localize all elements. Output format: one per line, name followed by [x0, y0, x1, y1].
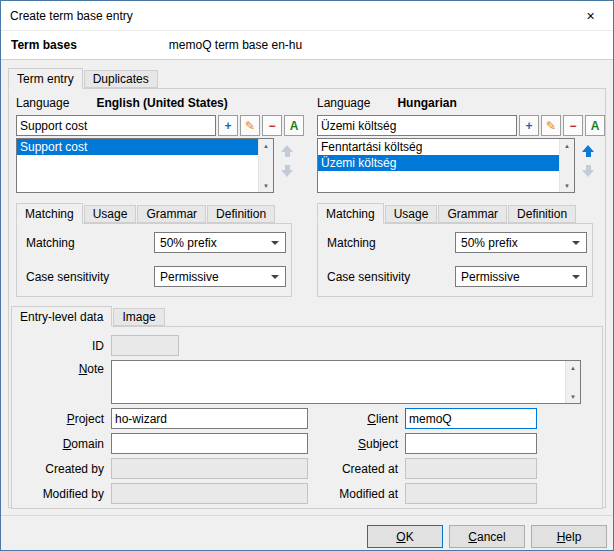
- matching-select[interactable]: 50% prefix: [455, 232, 587, 253]
- modified-by-label: Modified by: [12, 487, 111, 501]
- pencil-icon: ✎: [245, 120, 255, 132]
- subject-field[interactable]: [405, 433, 537, 454]
- help-button[interactable]: Help: [531, 525, 607, 548]
- client-field[interactable]: [405, 408, 537, 429]
- matching-select[interactable]: 50% prefix: [154, 232, 286, 253]
- modified-by-field: [111, 483, 308, 504]
- minus-icon: −: [268, 120, 275, 132]
- target-term-input[interactable]: [317, 115, 517, 136]
- scroll-down-icon[interactable]: ▼: [259, 179, 273, 192]
- tab-definition[interactable]: Definition: [508, 205, 576, 223]
- entry-tabstrip: Entry-level data Image: [11, 305, 603, 326]
- list-scrollbar[interactable]: ▲ ▼: [559, 139, 574, 192]
- ok-button[interactable]: OK: [367, 525, 443, 548]
- tab-duplicates[interactable]: Duplicates: [84, 70, 158, 88]
- letter-a-icon: A: [591, 120, 600, 132]
- move-term-up-button[interactable]: [582, 145, 594, 157]
- source-language-panel: Language English (United States) + ✎ − A…: [16, 95, 304, 297]
- scroll-down-icon[interactable]: ▼: [560, 179, 574, 192]
- case-format-button[interactable]: A: [284, 115, 304, 136]
- note-label: Note: [12, 360, 111, 376]
- move-term-up-button[interactable]: [281, 145, 293, 157]
- tab-usage[interactable]: Usage: [84, 205, 137, 223]
- tab-image[interactable]: Image: [113, 308, 164, 326]
- up-arrow-stem: [285, 152, 290, 157]
- tab-grammar[interactable]: Grammar: [438, 205, 507, 223]
- up-arrow-icon: [281, 145, 293, 152]
- project-field[interactable]: [111, 408, 308, 429]
- source-language-name: English (United States): [96, 96, 227, 110]
- list-scrollbar[interactable]: ▲ ▼: [258, 139, 273, 192]
- source-matching-page: Matching 50% prefix Case sensitivity Per…: [16, 223, 292, 297]
- modified-row: Modified by Modified at: [12, 483, 602, 504]
- scroll-up-icon[interactable]: ▲: [566, 361, 580, 374]
- modified-at-field: [405, 483, 537, 504]
- scroll-up-icon[interactable]: ▲: [259, 139, 273, 152]
- source-term-list[interactable]: Support cost ▲ ▼: [16, 138, 274, 193]
- tab-usage[interactable]: Usage: [385, 205, 438, 223]
- tab-definition[interactable]: Definition: [207, 205, 275, 223]
- term-bases-label: Term bases: [11, 38, 77, 52]
- created-at-field: [405, 458, 537, 479]
- remove-term-button[interactable]: −: [262, 115, 282, 136]
- move-term-down-button[interactable]: [281, 165, 293, 177]
- dropdown-arrow-icon: [572, 275, 580, 279]
- term-entry-page: Language English (United States) + ✎ − A…: [8, 88, 606, 508]
- add-term-button[interactable]: +: [218, 115, 238, 136]
- case-sensitivity-select[interactable]: Permissive: [455, 266, 587, 287]
- target-term-tabstrip: Matching Usage Grammar Definition: [317, 202, 605, 223]
- entry-level-page: ID Note ▲ ▼ Project Client: [11, 326, 603, 509]
- case-sensitivity-select[interactable]: Permissive: [154, 266, 286, 287]
- tab-matching[interactable]: Matching: [16, 203, 83, 224]
- add-term-button[interactable]: +: [519, 115, 539, 136]
- up-arrow-icon: [582, 145, 594, 152]
- list-item[interactable]: Üzemi költség: [318, 155, 559, 171]
- note-scrollbar[interactable]: ▲ ▼: [565, 361, 580, 403]
- domain-field[interactable]: [111, 433, 308, 454]
- titlebar: Create term base entry ×: [1, 1, 613, 31]
- matching-label: Matching: [17, 236, 154, 250]
- source-term-input[interactable]: [16, 115, 216, 136]
- source-list-row: Support cost ▲ ▼: [16, 138, 304, 193]
- tab-matching[interactable]: Matching: [317, 203, 384, 224]
- window-title: Create term base entry: [1, 9, 568, 23]
- target-language-name: Hungarian: [397, 96, 456, 110]
- created-by-label: Created by: [12, 462, 111, 476]
- target-term-list[interactable]: Fenntartási költség Üzemi költség ▲ ▼: [317, 138, 575, 193]
- subject-label: Subject: [308, 437, 405, 451]
- scroll-up-icon[interactable]: ▲: [560, 139, 574, 152]
- tab-term-entry[interactable]: Term entry: [8, 68, 83, 89]
- project-label: Project: [12, 412, 111, 426]
- note-field[interactable]: ▲ ▼: [111, 360, 581, 404]
- separator: [1, 515, 613, 516]
- target-language-panel: Language Hungarian + ✎ − A Fenntartási k…: [317, 95, 605, 297]
- source-term-row: + ✎ − A: [16, 115, 304, 136]
- project-client-row: Project Client: [12, 408, 602, 429]
- language-label: Language: [317, 96, 370, 110]
- matching-row: Matching 50% prefix: [17, 232, 291, 253]
- list-item[interactable]: Support cost: [17, 139, 258, 155]
- edit-term-button[interactable]: ✎: [240, 115, 260, 136]
- close-icon: ×: [586, 8, 594, 24]
- plus-icon: +: [525, 120, 532, 132]
- cancel-button[interactable]: Cancel: [449, 525, 525, 548]
- scroll-down-icon[interactable]: ▼: [566, 390, 580, 403]
- letter-a-icon: A: [290, 120, 299, 132]
- list-item[interactable]: Fenntartási költség: [318, 139, 559, 155]
- id-field: [111, 335, 179, 356]
- close-button[interactable]: ×: [568, 1, 613, 30]
- case-sensitivity-label: Case sensitivity: [318, 270, 455, 284]
- tab-entry-level-data[interactable]: Entry-level data: [11, 306, 112, 327]
- move-term-down-button[interactable]: [582, 165, 594, 177]
- minus-icon: −: [569, 120, 576, 132]
- case-format-button[interactable]: A: [585, 115, 605, 136]
- tab-grammar[interactable]: Grammar: [137, 205, 206, 223]
- edit-term-button[interactable]: ✎: [541, 115, 561, 136]
- note-row: Note ▲ ▼: [12, 360, 602, 404]
- term-bases-header: Term bases memoQ term base en-hu: [1, 31, 613, 60]
- remove-term-button[interactable]: −: [563, 115, 583, 136]
- dropdown-arrow-icon: [271, 241, 279, 245]
- case-sensitivity-row: Case sensitivity Permissive: [318, 266, 592, 287]
- dropdown-arrow-icon: [572, 241, 580, 245]
- source-language-header: Language English (United States): [16, 96, 304, 110]
